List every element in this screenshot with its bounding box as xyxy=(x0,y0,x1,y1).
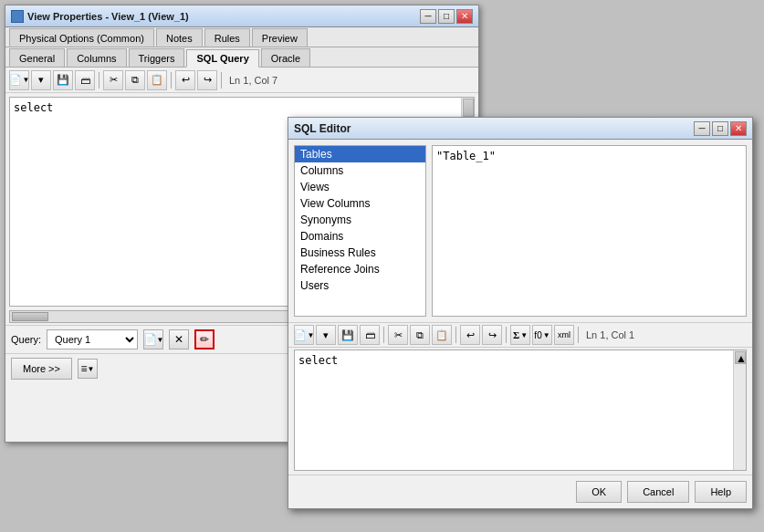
maximize-button[interactable]: □ xyxy=(438,9,455,24)
list-item-reference-joins[interactable]: Reference Joins xyxy=(295,261,425,277)
redo-button[interactable]: ↪ xyxy=(197,70,217,90)
se-sep-3 xyxy=(506,327,507,343)
save-button[interactable]: 💾 xyxy=(53,70,73,90)
se-sigma-dropdown-icon: ▼ xyxy=(520,331,528,339)
open-dropdown-button[interactable]: ▾ xyxy=(31,70,51,90)
tab-row-1: Physical Options (Common) Notes Rules Pr… xyxy=(5,27,478,47)
more-button[interactable]: More >> xyxy=(11,358,72,380)
toolbar-separator-1 xyxy=(99,72,99,89)
se-redo-button[interactable]: ↪ xyxy=(482,325,502,345)
view-properties-title: View Properties - View_1 (View_1) xyxy=(27,11,189,22)
tab-triggers[interactable]: Triggers xyxy=(129,48,185,67)
save-all-button[interactable]: 🗃 xyxy=(75,70,95,90)
objects-list[interactable]: Tables Columns Views View Columns Synony… xyxy=(294,145,426,317)
se-undo-icon: ↩ xyxy=(466,329,475,341)
se-close-button[interactable]: ✕ xyxy=(730,121,747,136)
copy-button[interactable]: ⧉ xyxy=(125,70,145,90)
tab-oracle[interactable]: Oracle xyxy=(261,48,310,67)
se-sep-1 xyxy=(383,327,384,343)
tab-preview[interactable]: Preview xyxy=(252,28,308,47)
se-copy-icon: ⧉ xyxy=(416,329,424,341)
tab-notes[interactable]: Notes xyxy=(156,28,203,47)
se-ok-button[interactable]: OK xyxy=(576,481,622,503)
tab-general[interactable]: General xyxy=(9,48,65,67)
view-properties-toolbar: 📄 ▼ ▾ 💾 🗃 ✂ ⧉ 📋 ↩ ↪ Ln 1, Col 7 xyxy=(5,68,478,93)
se-vertical-scrollbar[interactable]: ▲ xyxy=(733,350,746,470)
view-properties-titlebar: View Properties - View_1 (View_1) ─ □ ✕ xyxy=(5,5,478,27)
se-paste-button[interactable]: 📋 xyxy=(432,325,452,345)
scrollbar-thumb[interactable] xyxy=(12,312,48,321)
query-select[interactable]: Query 1 xyxy=(47,329,138,349)
new-dropdown-button[interactable]: 📄 ▼ xyxy=(9,70,29,90)
tab-rules[interactable]: Rules xyxy=(204,28,250,47)
cut-button[interactable]: ✂ xyxy=(103,70,123,90)
se-copy-button[interactable]: ⧉ xyxy=(410,325,430,345)
se-scrollbar-thumb[interactable]: ▲ xyxy=(735,351,746,364)
window-icon xyxy=(11,10,24,23)
list-item-domains[interactable]: Domains xyxy=(295,228,425,245)
dropdown-arrow-icon: ▼ xyxy=(23,76,30,84)
se-cancel-button[interactable]: Cancel xyxy=(627,481,689,503)
titlebar-controls: ─ □ ✕ xyxy=(420,9,473,24)
list-item-users[interactable]: Users xyxy=(295,277,425,294)
tab-sql-query[interactable]: SQL Query xyxy=(186,49,258,68)
minimize-button[interactable]: ─ xyxy=(420,9,436,24)
list-item-tables[interactable]: Tables xyxy=(295,146,425,162)
list-item-synonyms[interactable]: Synonyms xyxy=(295,212,425,228)
paste-icon: 📋 xyxy=(151,74,163,86)
sql-editor-body: Tables Columns Views View Columns Synony… xyxy=(288,140,752,508)
se-save-all-button[interactable]: 🗃 xyxy=(360,325,380,345)
sql-editor-title: SQL Editor xyxy=(294,122,351,135)
se-new-dropdown-button[interactable]: 📄 ▼ xyxy=(294,325,314,345)
edit-query-button[interactable]: ✏ xyxy=(194,329,215,349)
se-sep-2 xyxy=(455,327,456,343)
tab-row-2: General Columns Triggers SQL Query Oracl… xyxy=(5,47,478,68)
dropdown-icon: ▼ xyxy=(157,336,164,344)
tab-columns[interactable]: Columns xyxy=(67,48,126,67)
se-open-icon: ▾ xyxy=(323,329,329,341)
se-save-button[interactable]: 💾 xyxy=(338,325,358,345)
se-undo-button[interactable]: ↩ xyxy=(460,325,480,345)
se-xml-button[interactable]: xml xyxy=(554,325,574,345)
se-redo-icon: ↪ xyxy=(488,329,497,341)
list-item-view-columns[interactable]: View Columns xyxy=(295,195,425,212)
se-sigma-icon: Σ xyxy=(513,329,519,340)
delete-query-button[interactable]: ✕ xyxy=(169,329,189,349)
se-sql-area[interactable]: select ▲ xyxy=(294,349,747,471)
undo-button[interactable]: ↩ xyxy=(175,70,195,90)
titlebar-left: View Properties - View_1 (View_1) xyxy=(11,10,189,23)
paste-button[interactable]: 📋 xyxy=(147,70,167,90)
se-xml-icon: xml xyxy=(558,330,570,339)
sql-editor-bottom-buttons: OK Cancel Help xyxy=(288,475,752,508)
more-dropdown-button[interactable]: ≡ ▼ xyxy=(78,359,98,379)
list-item-views[interactable]: Views xyxy=(295,179,425,195)
list-icon: ≡ xyxy=(81,362,88,375)
se-cursor-position: Ln 1, Col 1 xyxy=(582,329,638,340)
se-paste-icon: 📋 xyxy=(435,329,448,341)
sql-text: select xyxy=(10,98,474,118)
se-maximize-button[interactable]: □ xyxy=(712,121,728,136)
delete-icon: ✕ xyxy=(174,333,183,346)
redo-icon: ↪ xyxy=(204,74,212,86)
se-sigma-dropdown-button[interactable]: Σ ▼ xyxy=(510,325,530,345)
query-dropdown-button[interactable]: 📄 ▼ xyxy=(143,329,163,349)
sql-result-area[interactable]: "Table_1" xyxy=(432,145,747,317)
se-sql-text: select xyxy=(295,350,746,370)
se-help-button[interactable]: Help xyxy=(695,481,747,503)
cursor-position: Ln 1, Col 7 xyxy=(225,75,281,86)
se-function-dropdown-button[interactable]: f0 ▼ xyxy=(532,325,552,345)
list-item-business-rules[interactable]: Business Rules xyxy=(295,245,425,261)
list-item-columns[interactable]: Columns xyxy=(295,162,425,179)
tab-physical-options[interactable]: Physical Options (Common) xyxy=(9,28,154,47)
save-icon: 💾 xyxy=(57,74,69,86)
scrollbar-thumb-up[interactable] xyxy=(463,99,474,117)
sql-editor-window: SQL Editor ─ □ ✕ Tables Columns Views Vi… xyxy=(288,117,753,509)
se-save-icon: 💾 xyxy=(341,329,354,341)
se-open-dropdown-button[interactable]: ▾ xyxy=(316,325,336,345)
se-new-dropdown-icon: ▼ xyxy=(308,331,315,339)
sql-editor-top-section: Tables Columns Views View Columns Synony… xyxy=(288,140,752,322)
se-function-icon: f0 xyxy=(534,330,541,340)
se-cut-button[interactable]: ✂ xyxy=(388,325,408,345)
close-button[interactable]: ✕ xyxy=(456,9,473,24)
se-minimize-button[interactable]: ─ xyxy=(694,121,710,136)
